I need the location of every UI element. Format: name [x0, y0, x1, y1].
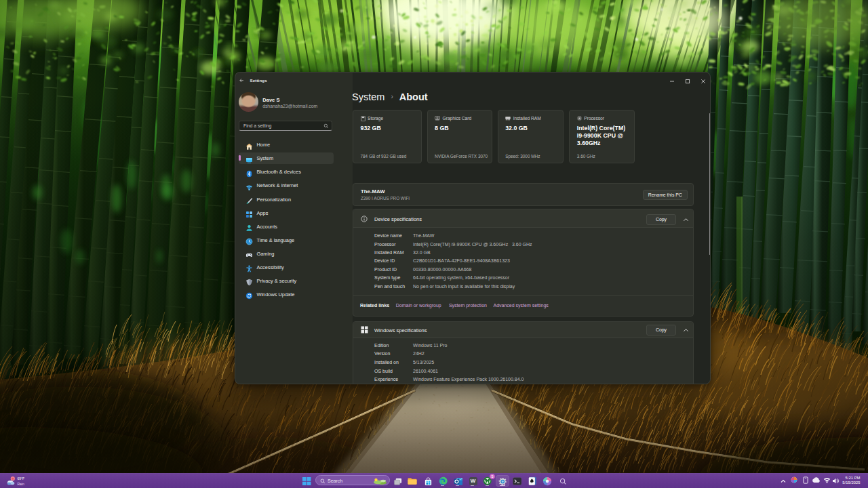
- svg-text:5: 5: [491, 474, 493, 479]
